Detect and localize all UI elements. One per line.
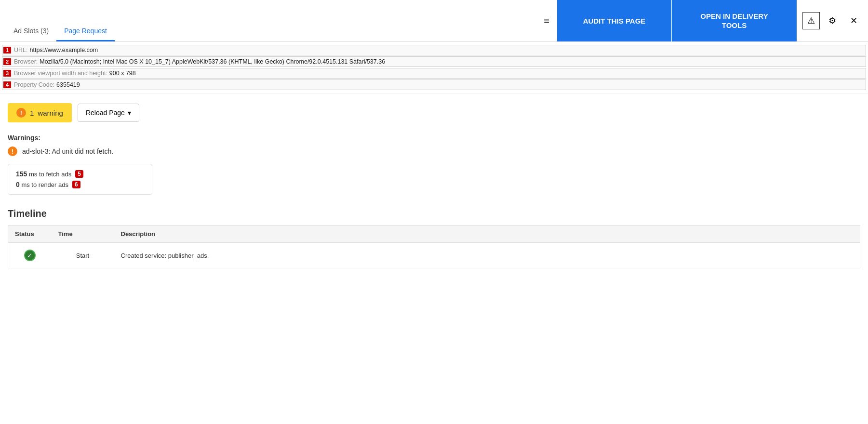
tab-page-request[interactable]: Page Request (56, 22, 115, 41)
col-header-description: Description (114, 225, 860, 243)
warnings-section: Warnings: !ad-slot-3: Ad unit did not fe… (8, 134, 860, 156)
warning-badge-icon: ! (16, 108, 26, 118)
status-cell: ✓ (8, 243, 52, 268)
info-row: 4Property Code:6355419 (2, 80, 866, 90)
header: Ad Slots (3) Page Request ≡ AUDIT THIS P… (0, 0, 868, 42)
table-row: ✓ Start Created service: publisher_ads. (8, 243, 860, 268)
open-in-delivery-tools-button[interactable]: OPEN IN DELIVERY TOOLS (671, 0, 797, 41)
row-value: 6355419 (56, 81, 80, 88)
row-num: 3 (3, 70, 11, 77)
warning-badge: ! 1 warning (8, 103, 72, 122)
warnings-title: Warnings: (8, 134, 860, 142)
row-value: https://www.example.com (29, 47, 98, 53)
status-check-icon: ✓ (24, 250, 36, 261)
row-label: Browser viewport width and height: (14, 70, 107, 77)
main-content: ! 1 warning Reload Page ▾ Warnings: !ad-… (0, 93, 868, 278)
time-cell: Start (52, 243, 114, 268)
warning-item: !ad-slot-3: Ad unit did not fetch. (8, 146, 860, 156)
info-row: 2Browser:Mozilla/5.0 (Macintosh; Intel M… (2, 56, 866, 67)
info-row: 1URL:https://www.example.com (2, 45, 866, 55)
timeline-table: Status Time Description ✓ Start Created … (8, 225, 860, 268)
stats-box: 155 ms to fetch ads 5 0 ms to render ads… (8, 164, 152, 195)
reload-page-label: Reload Page (86, 109, 125, 117)
row-label: Property Code: (14, 81, 54, 88)
row-label: Browser: (14, 58, 38, 65)
fetch-label-text: ms to fetch ads (29, 171, 71, 178)
menu-icon[interactable]: ≡ (536, 0, 557, 41)
render-label-text: ms to render ads (21, 181, 68, 188)
tab-bar: Ad Slots (3) Page Request (0, 0, 120, 41)
timeline-header-row: Status Time Description (8, 225, 860, 243)
render-badge: 6 (72, 181, 80, 188)
fetch-stat-row: 155 ms to fetch ads 5 (16, 170, 144, 178)
info-row: 3Browser viewport width and height:900 x… (2, 68, 866, 79)
row-value: 900 x 798 (109, 70, 136, 77)
render-stat-row: 0 ms to render ads 6 (16, 181, 144, 188)
fetch-badge: 5 (75, 170, 83, 178)
audit-this-page-button[interactable]: AUDIT THIS PAGE (557, 0, 671, 41)
row-num: 4 (3, 81, 11, 88)
warning-count: 1 (30, 109, 34, 117)
warning-label: warning (38, 109, 63, 117)
timeline-title: Timeline (8, 208, 860, 219)
row-label: URL: (14, 47, 27, 53)
warning-item-icon: ! (8, 146, 17, 156)
warning-item-text: ad-slot-3: Ad unit did not fetch. (22, 147, 113, 155)
row-value: Mozilla/5.0 (Macintosh; Intel Mac OS X 1… (40, 58, 385, 65)
warning-bar: ! 1 warning Reload Page ▾ (8, 103, 860, 122)
row-num: 1 (3, 47, 11, 53)
row-num: 2 (3, 58, 11, 65)
info-section: 1URL:https://www.example.com2Browser:Moz… (0, 42, 868, 93)
description-cell: Created service: publisher_ads. (114, 243, 860, 268)
gear-icon-button[interactable]: ⚙ (824, 12, 841, 29)
alert-icon-button[interactable]: ⚠ (802, 12, 820, 29)
header-icons: ⚠ ⚙ ✕ (797, 0, 868, 41)
render-ms: 0 (16, 181, 20, 188)
fetch-ms: 155 (16, 170, 27, 178)
tab-ad-slots[interactable]: Ad Slots (3) (6, 22, 56, 41)
col-header-status: Status (8, 225, 52, 243)
close-icon-button[interactable]: ✕ (845, 12, 862, 29)
col-header-time: Time (52, 225, 114, 243)
chevron-down-icon: ▾ (128, 109, 131, 117)
reload-page-button[interactable]: Reload Page ▾ (78, 104, 139, 122)
